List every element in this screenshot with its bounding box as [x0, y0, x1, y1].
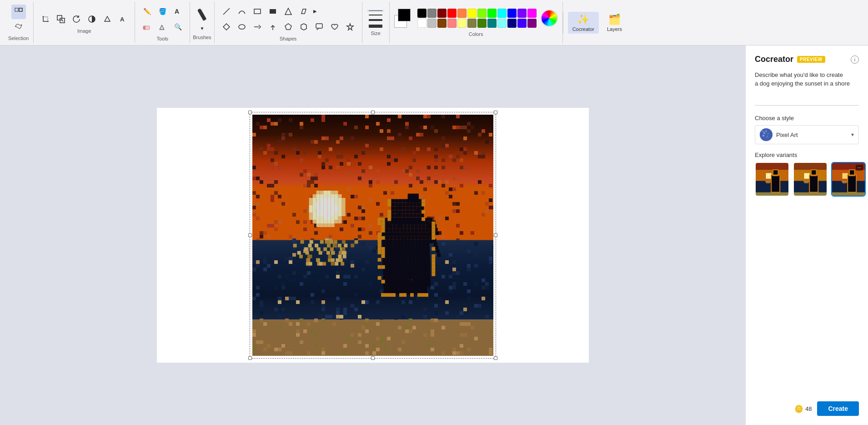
swatch-salmon[interactable] — [447, 19, 457, 28]
crop-btn[interactable] — [38, 12, 53, 26]
brush-dropdown-btn[interactable]: ▼ — [196, 25, 208, 33]
eraser-btn[interactable] — [140, 20, 154, 34]
shapes-dropdown-btn[interactable]: ▶ — [312, 4, 318, 19]
size-option-1[interactable] — [367, 10, 384, 12]
svg-rect-2 — [57, 15, 62, 20]
svg-line-11 — [223, 8, 230, 15]
layers-toolbar-btn[interactable]: 🗂️ Layers — [602, 12, 627, 34]
callout-btn[interactable] — [312, 20, 326, 34]
handle-tl[interactable] — [248, 111, 252, 114]
style-label: Choose a style — [755, 115, 859, 121]
triangle-btn[interactable] — [281, 4, 296, 19]
main-canvas[interactable] — [252, 115, 493, 356]
swatch-teal[interactable] — [487, 19, 497, 28]
line-btn[interactable] — [219, 4, 234, 19]
swatch-navy[interactable] — [507, 19, 517, 28]
handle-bc[interactable] — [371, 356, 375, 360]
arrow-right-btn[interactable] — [250, 20, 265, 34]
handle-mr[interactable] — [494, 233, 497, 237]
curve-btn[interactable] — [235, 4, 249, 19]
svg-rect-12 — [254, 9, 261, 14]
cocreator-toolbar-btn[interactable]: ✨ Cocreator — [568, 12, 599, 34]
swatch-gray[interactable] — [427, 9, 437, 18]
heart-btn[interactable] — [327, 20, 342, 34]
selection-group: Selection — [4, 2, 34, 43]
variant-thumb-2[interactable] — [793, 162, 828, 197]
variant-2-canvas — [794, 163, 828, 197]
variants-row: ··· — [755, 162, 859, 197]
invert-btn[interactable] — [85, 12, 99, 26]
image-group: A Image — [34, 2, 135, 43]
variant-1-canvas — [756, 163, 789, 197]
color-picker-btn[interactable] — [155, 20, 170, 34]
handle-bl[interactable] — [248, 356, 252, 360]
swatch-white[interactable] — [417, 19, 426, 28]
rect-filled-btn[interactable] — [266, 4, 280, 19]
variant-thumb-1[interactable] — [755, 162, 789, 197]
colors-top — [394, 9, 558, 28]
arrow-up-btn[interactable] — [266, 20, 280, 34]
swatch-black[interactable] — [417, 9, 426, 18]
token-count: 48 — [805, 405, 812, 412]
swatch-red[interactable] — [447, 9, 457, 18]
size-option-2[interactable] — [367, 14, 384, 16]
swatch-magenta[interactable] — [527, 9, 537, 18]
ellipse-btn[interactable] — [235, 20, 249, 34]
select-btn[interactable] — [11, 5, 26, 19]
swatch-olive[interactable] — [467, 19, 477, 28]
swatch-indigo[interactable] — [517, 9, 527, 18]
swatch-orange[interactable] — [457, 9, 467, 18]
variant-thumb-3[interactable]: ··· — [831, 162, 866, 197]
swatch-silver[interactable] — [427, 19, 437, 28]
swatch-lightyellow[interactable] — [457, 19, 467, 28]
panel-title: Cocreator — [755, 55, 793, 64]
panel-footer: 🪙 48 Create — [755, 397, 859, 416]
size-line-thin — [369, 10, 382, 11]
color1-box[interactable] — [398, 9, 411, 21]
handle-tc[interactable] — [371, 111, 375, 114]
fill-image-btn[interactable] — [100, 12, 115, 26]
star-btn[interactable] — [343, 20, 357, 34]
handle-tr[interactable] — [494, 111, 497, 114]
style-dropdown[interactable]: Pixel Art ▾ — [755, 125, 859, 144]
size-option-4[interactable] — [367, 24, 384, 29]
freeform-select-btn[interactable] — [11, 19, 26, 34]
rotate-btn[interactable] — [69, 12, 84, 26]
swatch-lightcyan[interactable] — [497, 19, 507, 28]
rainbow-color-btn[interactable] — [541, 10, 558, 27]
diamond-btn[interactable] — [219, 20, 234, 34]
rect-btn[interactable] — [250, 4, 265, 19]
swatch-green[interactable] — [487, 9, 497, 18]
swatch-darkgreen[interactable] — [477, 19, 487, 28]
size-option-3[interactable] — [367, 18, 384, 22]
swatch-cyan[interactable] — [497, 9, 507, 18]
pentagon-btn[interactable] — [281, 20, 296, 34]
parallelogram-btn[interactable] — [296, 4, 311, 19]
magnifier-btn[interactable]: 🔍 — [171, 20, 185, 34]
hexagon-btn[interactable] — [296, 20, 311, 34]
svg-rect-1 — [19, 8, 22, 11]
swatch-yellow[interactable] — [467, 9, 477, 18]
swatch-darkmagenta[interactable] — [527, 19, 537, 28]
token-emoji: 🪙 — [794, 405, 803, 413]
swatch-lime[interactable] — [477, 9, 487, 18]
text-image-btn[interactable]: A — [115, 12, 130, 26]
swatch-purple[interactable] — [517, 19, 527, 28]
size-line-thick — [369, 25, 382, 28]
text-btn[interactable]: A — [171, 4, 185, 19]
variant-more-btn[interactable]: ··· — [856, 165, 863, 171]
fill-btn[interactable]: 🪣 — [155, 4, 170, 19]
swatch-darkred[interactable] — [437, 9, 447, 18]
pencil-btn[interactable]: ✏️ — [140, 4, 154, 19]
swatch-brown[interactable] — [437, 19, 447, 28]
size-label: Size — [371, 30, 380, 36]
create-btn[interactable]: Create — [817, 401, 859, 416]
describe-input[interactable]: a dog enjoying the sunset in a shore — [755, 78, 859, 106]
colors-label: Colors — [469, 31, 483, 37]
swatch-blue[interactable] — [507, 9, 517, 18]
cocreator-toolbar-label: Cocreator — [572, 26, 594, 32]
resize-btn[interactable] — [54, 12, 68, 26]
handle-br[interactable] — [494, 356, 497, 360]
info-icon-btn[interactable]: i — [851, 56, 859, 64]
handle-ml[interactable] — [248, 233, 252, 237]
